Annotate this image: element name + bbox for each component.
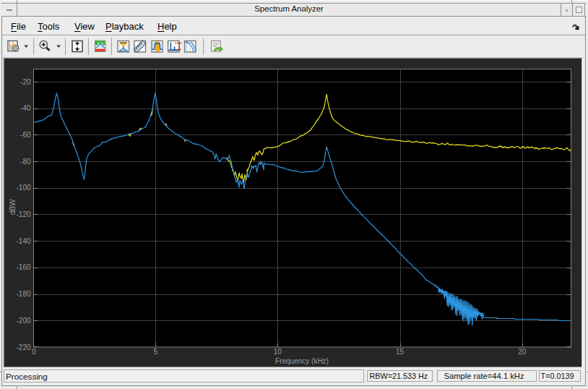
svg-text:10: 10 — [274, 348, 282, 356]
svg-text:-100: -100 — [16, 184, 30, 192]
svg-text:-120: -120 — [16, 210, 30, 218]
svg-text:0: 0 — [32, 348, 36, 356]
svg-text:-140: -140 — [16, 237, 30, 245]
svg-text:20: 20 — [518, 348, 527, 356]
svg-text:-200: -200 — [16, 317, 30, 325]
svg-text:5: 5 — [153, 348, 157, 356]
svg-text:-180: -180 — [16, 290, 30, 298]
svg-text:-80: -80 — [20, 158, 31, 166]
svg-text:-20: -20 — [20, 78, 31, 86]
svg-text:-220: -220 — [16, 343, 30, 351]
svg-text:-40: -40 — [20, 104, 31, 112]
svg-text:dBW: dBW — [9, 199, 17, 215]
svg-text:-160: -160 — [16, 263, 30, 271]
svg-text:-60: -60 — [20, 131, 31, 139]
svg-text:Frequency (kHz): Frequency (kHz) — [275, 357, 329, 365]
svg-text:15: 15 — [396, 348, 405, 356]
